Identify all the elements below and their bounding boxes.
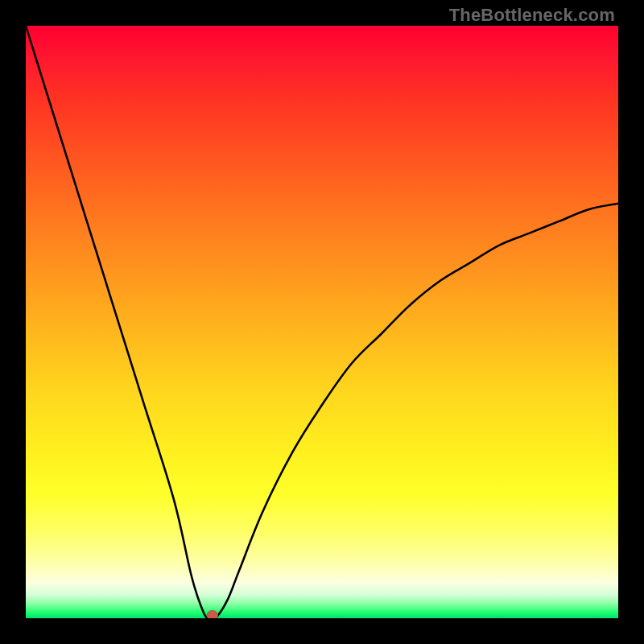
curve-layer <box>26 26 618 618</box>
plot-area <box>26 26 618 618</box>
chart-svg <box>26 26 618 618</box>
bottleneck-curve <box>26 26 618 618</box>
optimum-marker <box>207 610 218 618</box>
attribution-label: TheBottleneck.com <box>449 5 615 26</box>
chart-frame: TheBottleneck.com <box>0 0 644 644</box>
